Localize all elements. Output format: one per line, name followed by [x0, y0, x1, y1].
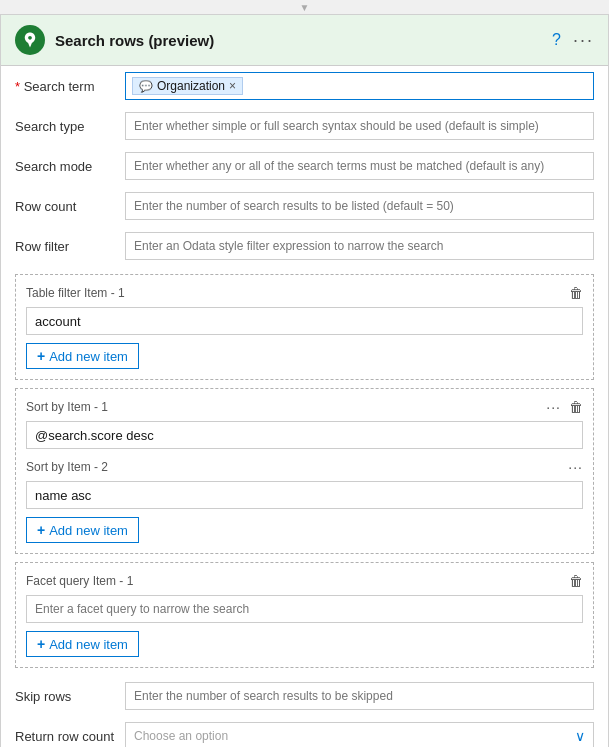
search-type-input[interactable]	[125, 112, 594, 140]
plus-icon: +	[37, 348, 45, 364]
form-body: * Search term 💬 Organization × Search ty…	[1, 66, 608, 747]
header-actions: ? ···	[552, 30, 594, 51]
table-filter-delete-icon[interactable]: 🗑	[569, 285, 583, 301]
search-type-label: Search type	[15, 119, 125, 134]
skip-rows-label: Skip rows	[15, 689, 125, 704]
table-filter-section: Table filter Item - 1 🗑 + Add new item	[15, 274, 594, 380]
more-icon[interactable]: ···	[573, 30, 594, 51]
search-mode-input[interactable]	[125, 152, 594, 180]
plus-icon-sort: +	[37, 522, 45, 538]
token-close-button[interactable]: ×	[229, 79, 236, 93]
top-connector	[0, 0, 609, 14]
facet-add-label: Add new item	[49, 637, 128, 652]
table-filter-input[interactable]	[26, 307, 583, 335]
return-row-count-row: Return row count Choose an option ∨	[15, 716, 594, 747]
panel-title: Search rows (preview)	[55, 32, 542, 49]
table-filter-actions: 🗑	[569, 285, 583, 301]
return-row-count-label: Return row count	[15, 729, 125, 744]
row-count-input[interactable]	[125, 192, 594, 220]
search-term-token: 💬 Organization ×	[132, 77, 243, 95]
sort-item-2-input[interactable]	[26, 481, 583, 509]
sort-item-2-title: Sort by Item - 2	[26, 460, 108, 474]
sort-add-label: Add new item	[49, 523, 128, 538]
return-row-count-select[interactable]: Choose an option ∨	[125, 722, 594, 747]
logo-icon	[21, 31, 39, 49]
search-mode-row: Search mode	[15, 146, 594, 186]
facet-add-button[interactable]: + Add new item	[26, 631, 139, 657]
search-term-label: * Search term	[15, 79, 125, 94]
sort-item-1-input[interactable]	[26, 421, 583, 449]
facet-actions: 🗑	[569, 573, 583, 589]
row-filter-row: Row filter	[15, 226, 594, 266]
sort-item-1-delete-icon[interactable]: 🗑	[569, 399, 583, 415]
table-filter-title: Table filter Item - 1	[26, 286, 125, 300]
search-term-field[interactable]: 💬 Organization ×	[125, 72, 594, 100]
table-filter-add-button[interactable]: + Add new item	[26, 343, 139, 369]
search-term-row: * Search term 💬 Organization ×	[15, 66, 594, 106]
facet-section: Facet query Item - 1 🗑 + Add new item	[15, 562, 594, 668]
sort-item-1-title: Sort by Item - 1	[26, 400, 108, 414]
search-rows-panel: Search rows (preview) ? ··· * Search ter…	[0, 14, 609, 747]
return-row-count-placeholder: Choose an option	[134, 729, 228, 743]
sort-item-1-header: Sort by Item - 1 ··· 🗑	[26, 399, 583, 415]
sort-item-1-actions: ··· 🗑	[546, 399, 583, 415]
skip-rows-row: Skip rows	[15, 676, 594, 716]
plus-icon-facet: +	[37, 636, 45, 652]
token-text: Organization	[157, 79, 225, 93]
token-icon: 💬	[139, 80, 153, 93]
help-icon[interactable]: ?	[552, 31, 561, 49]
chevron-down-icon: ∨	[575, 728, 585, 744]
row-count-label: Row count	[15, 199, 125, 214]
facet-input[interactable]	[26, 595, 583, 623]
sort-item-2-actions: ···	[568, 459, 583, 475]
required-star: *	[15, 79, 24, 94]
skip-rows-input[interactable]	[125, 682, 594, 710]
search-mode-label: Search mode	[15, 159, 125, 174]
sort-section: Sort by Item - 1 ··· 🗑 Sort by Item - 2 …	[15, 388, 594, 554]
sort-item-2-header: Sort by Item - 2 ···	[26, 459, 583, 475]
sort-item-1-dots-icon[interactable]: ···	[546, 399, 561, 415]
row-filter-label: Row filter	[15, 239, 125, 254]
row-count-row: Row count	[15, 186, 594, 226]
facet-delete-icon[interactable]: 🗑	[569, 573, 583, 589]
row-filter-input[interactable]	[125, 232, 594, 260]
add-item-label: Add new item	[49, 349, 128, 364]
panel-header: Search rows (preview) ? ···	[1, 15, 608, 66]
search-type-row: Search type	[15, 106, 594, 146]
app-logo	[15, 25, 45, 55]
sort-add-button[interactable]: + Add new item	[26, 517, 139, 543]
facet-title: Facet query Item - 1	[26, 574, 133, 588]
sort-item-2-dots-icon[interactable]: ···	[568, 459, 583, 475]
table-filter-header: Table filter Item - 1 🗑	[26, 285, 583, 301]
facet-header: Facet query Item - 1 🗑	[26, 573, 583, 589]
